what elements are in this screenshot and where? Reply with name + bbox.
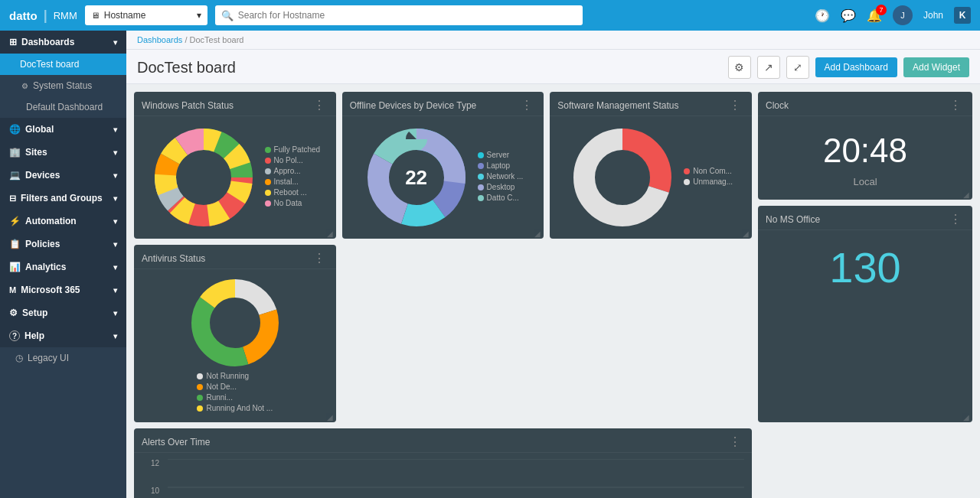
share-button[interactable]: ↗ <box>757 56 780 79</box>
sidebar-item-default-dashboard[interactable]: Default Dashboard <box>0 96 126 118</box>
legend-item: Instal... <box>265 177 321 186</box>
page-header: DocTest board ⚙ ↗ ⤢ Add Dashboard Add Wi… <box>126 50 980 84</box>
widget-menu-icon[interactable]: ⋮ <box>310 98 328 112</box>
right-column: Clock ⋮ 20:48 Local ◢ No MS Office ⋮ 130… <box>758 92 972 422</box>
notification-icon[interactable]: 🔔 7 <box>867 8 882 23</box>
sidebar-item-help[interactable]: ? Help ▾ <box>0 324 126 347</box>
widget-title: Windows Patch Status <box>142 100 310 111</box>
widget-menu-icon[interactable]: ⋮ <box>946 98 965 112</box>
add-dashboard-button[interactable]: Add Dashboard <box>815 57 897 77</box>
sidebar: ⊞ Dashboards ▾ DocTest board ⚙ System St… <box>0 31 126 498</box>
sidebar-item-legacy-ui[interactable]: ◷ Legacy UI <box>0 347 126 369</box>
help-icon: ? <box>9 330 20 341</box>
header-actions: ⚙ ↗ ⤢ Add Dashboard Add Widget <box>728 56 969 79</box>
sidebar-item-system-status[interactable]: ⚙ System Status <box>0 75 126 96</box>
widget-menu-icon[interactable]: ⋮ <box>310 251 328 265</box>
search-input[interactable] <box>238 10 577 21</box>
chevron-down-icon: ▾ <box>197 10 201 21</box>
legend-item: Datto C... <box>478 194 524 202</box>
add-widget-button[interactable]: Add Widget <box>903 57 969 77</box>
windows-patch-widget: Windows Patch Status ⋮ <box>134 92 336 239</box>
widget-menu-icon[interactable]: ⋮ <box>518 98 536 112</box>
sidebar-item-setup[interactable]: ⚙ Setup ▾ <box>0 301 126 324</box>
sidebar-item-devices[interactable]: 💻 Devices ▾ <box>0 164 126 187</box>
clock-display: 20:48 <box>758 116 972 176</box>
nav-right: 🕐 💬 🔔 7 J John K <box>815 5 971 25</box>
chevron-icon: ▾ <box>113 194 117 203</box>
legend-item: Appro... <box>265 167 321 175</box>
donut-chart: 22 <box>363 124 470 231</box>
expand-button[interactable]: ⤢ <box>786 56 809 79</box>
breadcrumb-current: DocTest board <box>190 35 244 44</box>
settings-button[interactable]: ⚙ <box>728 56 751 79</box>
chevron-icon: ▾ <box>113 286 117 295</box>
user-avatar: J <box>893 5 913 25</box>
hostname-label: Hostname <box>104 10 192 21</box>
widget-header: Software Management Status ⋮ <box>550 92 752 116</box>
no-msoffice-widget: No MS Office ⋮ 130 ◢ <box>758 206 972 422</box>
y-axis-values: 12 10 8 6 4 2 <box>151 459 159 498</box>
widget-menu-icon[interactable]: ⋮ <box>726 435 744 449</box>
breadcrumb-parent[interactable]: Dashboards <box>137 35 182 44</box>
sites-icon: 🏢 <box>9 147 21 158</box>
sidebar-item-microsoft365[interactable]: M Microsoft 365 ▾ <box>0 278 126 301</box>
sidebar-item-automation[interactable]: ⚡ Automation ▾ <box>0 210 126 233</box>
app-logo: datto | RMM <box>9 8 77 24</box>
widget-title: Offline Devices by Device Type <box>350 100 518 111</box>
widget-menu-icon[interactable]: ⋮ <box>726 98 744 112</box>
history-icon[interactable]: 🕐 <box>815 8 830 23</box>
user-menu-icon[interactable]: K <box>954 7 971 24</box>
chevron-icon: ▾ <box>113 38 117 47</box>
donut-chart <box>569 124 676 231</box>
resize-handle[interactable]: ◢ <box>534 229 542 237</box>
hostname-selector[interactable]: 🖥 Hostname ▾ <box>85 5 207 25</box>
search-bar: 🔍 <box>215 5 583 25</box>
m365-icon: M <box>9 285 16 295</box>
software-mgmt-widget: Software Management Status ⋮ <box>550 92 752 239</box>
chevron-icon: ▾ <box>113 263 117 272</box>
setup-icon: ⚙ <box>9 308 18 318</box>
chevron-icon: ▾ <box>113 125 117 134</box>
sidebar-item-global[interactable]: 🌐 Global ▾ <box>0 118 126 141</box>
hostname-icon: 🖥 <box>91 11 100 20</box>
resize-handle[interactable]: ◢ <box>327 229 335 237</box>
legend-item: Desktop <box>478 183 524 191</box>
sidebar-item-doctest-board[interactable]: DocTest board <box>0 54 126 75</box>
widget-title: No MS Office <box>766 214 946 225</box>
resize-handle[interactable]: ◢ <box>963 190 971 198</box>
widget-title: Alerts Over Time <box>142 437 726 448</box>
widget-title: Clock <box>766 100 946 111</box>
chevron-icon: ▾ <box>113 171 117 180</box>
resize-handle[interactable]: ◢ <box>743 229 750 237</box>
chevron-icon: ▾ <box>113 217 117 226</box>
user-name[interactable]: John <box>923 10 943 21</box>
chart-legend: Server Laptop Network ... Desktop <box>478 151 524 204</box>
legend-item: Network ... <box>478 172 524 181</box>
top-navigation: datto | RMM 🖥 Hostname ▾ 🔍 🕐 💬 🔔 7 J Joh… <box>0 0 980 31</box>
sidebar-item-sites[interactable]: 🏢 Sites ▾ <box>0 141 126 164</box>
sidebar-item-policies[interactable]: 📋 Policies ▾ <box>0 233 126 256</box>
sidebar-item-dashboards[interactable]: ⊞ Dashboards ▾ <box>0 31 126 54</box>
chevron-icon: ▾ <box>113 240 117 249</box>
widget-menu-icon[interactable]: ⋮ <box>946 212 965 226</box>
resize-handle[interactable]: ◢ <box>963 413 971 421</box>
sidebar-item-filters-groups[interactable]: ⊟ Filters and Groups ▾ <box>0 187 126 210</box>
sidebar-item-analytics[interactable]: 📊 Analytics ▾ <box>0 256 126 278</box>
dashboard-grid: Windows Patch Status ⋮ <box>126 84 980 498</box>
antivirus-widget: Antivirus Status ⋮ <box>134 245 336 422</box>
legend-item: No Pol... <box>265 156 321 164</box>
legend-item: Laptop <box>478 161 524 170</box>
clock-timezone: Local <box>758 176 972 200</box>
resize-handle[interactable]: ◢ <box>327 413 335 421</box>
logo-datto: datto <box>9 9 38 22</box>
widget-body: Fully Patched No Pol... Appro... In <box>134 116 336 239</box>
page-title: DocTest board <box>137 59 728 76</box>
widget-title: Software Management Status <box>557 100 726 111</box>
analytics-icon: 📊 <box>9 262 21 272</box>
chart-legend: Not Running Not De... Runni... Runn <box>197 372 273 415</box>
chat-icon[interactable]: 💬 <box>841 8 856 23</box>
widget-body: Not Running Not De... Runni... Runn <box>134 269 336 422</box>
policies-icon: 📋 <box>9 239 21 249</box>
chevron-icon: ▾ <box>113 332 117 340</box>
donut-chart <box>178 277 292 369</box>
